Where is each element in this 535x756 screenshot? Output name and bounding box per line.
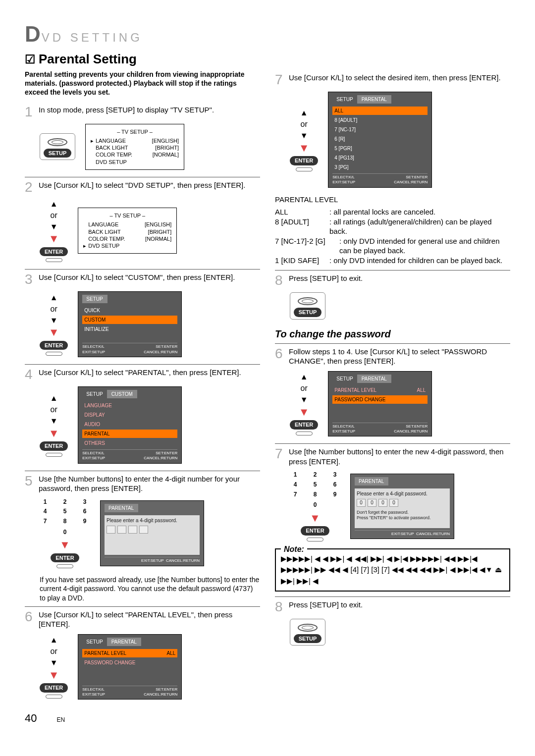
or-label: or [51,647,57,657]
or-label: or [51,304,57,315]
menu-item: 6 [R] [332,135,428,143]
tab-parental: PARENTAL [105,504,138,512]
level-key: 8 [ADULT] [275,217,329,236]
menu-item-selected: ALL [332,107,428,115]
header-rest: VD SETTING [42,30,143,45]
pw-digit-box [139,526,148,534]
menu-item: AUDIO [82,420,177,429]
numpad-key: 4 [44,508,47,516]
footer-text: SET:ENTER [156,687,177,692]
enter-pill: ENTER [51,553,79,562]
menu-item: 3 [PG] [332,163,428,171]
step-number: 7 [275,73,289,87]
pw-digit-box [107,526,115,534]
row-label: LANGUAGE [88,221,118,227]
menu-item: PASSWORD CHANGE [82,658,177,667]
checkmark-icon: ☑ [25,53,36,66]
step-2: 2 Use [Cursor K/L] to select "DVD SETUP"… [25,177,260,194]
intro-text: Parental setting prevents your children … [25,70,260,97]
row-label: COLOR TEMP. [96,152,132,158]
row-value: [ENGLISH] [145,221,171,228]
step-number: 4 [25,368,39,381]
footer-text: SET:ENTER [156,344,177,349]
step-number: 2 [25,180,39,194]
password-hint-1: Don't forget the password. [357,510,448,516]
step-number: 8 [275,600,289,614]
button-outline-icon [56,564,73,568]
red-down-arrow-icon: ▼ [59,538,70,552]
header-big-letter: D [25,20,41,48]
footer-text: CANCEL:RETURN [144,456,177,460]
parental-menu-screen: SETUPPARENTAL PARENTAL LEVELALL PASSWORD… [78,634,182,700]
numpad-key: 2 [314,471,317,479]
enter-pill: ENTER [40,683,68,692]
step-8: 8 Press [SETUP] to exit. [275,270,510,287]
step7-visual: ▲ or ▼ ▼ ENTER SETUPPARENTAL ALL 8 [ADUL… [290,92,510,188]
up-arrow-icon: ▲ [50,293,58,303]
oval-icon [298,624,318,632]
menu-item: 7 [NC-17] [332,125,428,134]
level-key: 7 [NC-17]-2 [G] [275,236,339,256]
step-3: 3 Use [Cursor K/L] to select "CUSTOM", t… [25,269,260,286]
red-down-arrow-icon: ▼ [299,405,310,420]
cp-step-8: 8 Press [SETUP] to exit. [275,596,510,614]
step-text: Use [Cursor K/L] to select "DVD SETUP", … [39,180,260,190]
enter-pill: ENTER [290,156,318,165]
arrow-icon: ▸ [83,242,88,249]
numpad-key: 1 [44,498,47,506]
step-number: 6 [275,347,289,361]
number-pad: 123 456 789 [40,498,90,526]
row-value: [NORMAL] [145,235,171,242]
password-boxes: 0000 [357,499,448,507]
footer-text: SET:ENTER [406,424,428,429]
or-label: or [51,211,57,221]
arrow-icon: ▸ [91,137,96,144]
down-arrow-icon: ▼ [300,395,308,405]
step-number: 7 [275,447,289,461]
menu-item: 8 [ADULT] [332,116,428,124]
numpad-key: 6 [83,508,87,516]
step-text: Use [Cursor K/L] to select "PARENTAL", t… [39,368,260,378]
password-change-screen: PARENTAL Please enter a 4-digit password… [350,474,454,539]
level-value: : all ratings (adult/general/children) c… [329,217,510,236]
step-number: 1 [25,105,39,119]
menu-item: PARENTAL LEVELALL [332,386,428,394]
level-value: : only DVD intended for general use and … [339,236,510,256]
menu-item-selected: PARENTAL [82,430,177,438]
password-boxes [107,526,198,534]
step-number: 6 [25,610,39,624]
menu-item: DISPLAY [82,411,177,419]
cp-step7-visual: 123 456 789 0 ▼ ENTER PARENTAL Please en… [290,471,510,541]
tv-setup-header: – TV SETUP – [83,212,171,219]
setup-button-graphic: SETUP [290,292,325,319]
tv-setup-screen-2: – TV SETUP – LANGUAGE[ENGLISH] BACK LIGH… [78,208,177,254]
cursor-arrows: ▲ or ▼ ▼ ENTER [40,393,68,456]
step-6: 6 Use [Cursor K/L] to select "PARENTAL L… [25,606,260,629]
step-number: 3 [25,272,39,286]
row-value: [ENGLISH] [152,137,179,144]
parental-menu-screen-2: SETUPPARENTAL PARENTAL LEVELALL PASSWORD… [328,371,432,437]
button-outline-icon [296,432,313,435]
oval-icon [48,138,67,146]
tv-setup-header: – TV SETUP – [91,128,179,135]
menu-item-selected: CUSTOM [82,316,177,324]
down-arrow-icon: ▼ [300,131,308,141]
up-arrow-icon: ▲ [300,108,308,118]
footer-text: CANCEL:RETURN [416,532,450,536]
numpad-key: 0 [63,529,67,537]
menu-label: PARENTAL LEVEL [334,387,376,393]
menu-label: PARENTAL LEVEL [84,650,126,656]
footer-text: SET:ENTER [156,451,177,455]
up-arrow-icon: ▲ [50,199,58,210]
row-label: DVD SETUP [88,243,119,249]
page-number: 40 [25,711,37,726]
footer-text: SET:ENTER [406,175,428,179]
button-outline-icon [46,352,62,356]
pw-digit-box: 0 [378,499,387,507]
numpad-key: 9 [83,518,87,526]
row-value: [BRIGHT] [148,228,172,235]
numpad-key: 1 [294,471,297,479]
down-arrow-icon: ▼ [50,222,58,232]
red-down-arrow-icon: ▼ [49,232,59,246]
numpad-key: 7 [294,491,297,499]
